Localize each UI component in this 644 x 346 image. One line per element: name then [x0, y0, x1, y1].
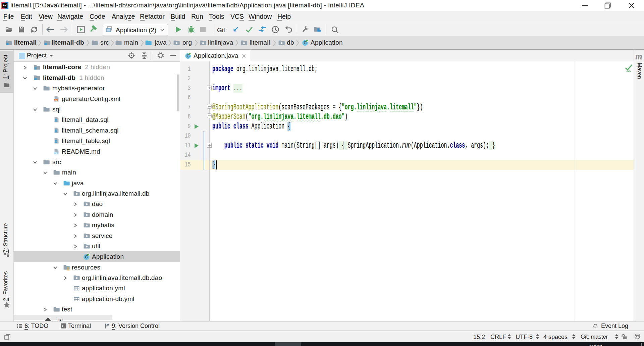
svg-text:C: C	[85, 255, 88, 259]
svg-text:MD: MD	[54, 152, 58, 154]
svg-text:C: C	[304, 41, 307, 45]
svg-text:<>: <>	[54, 99, 58, 102]
svg-text:C: C	[186, 54, 190, 58]
